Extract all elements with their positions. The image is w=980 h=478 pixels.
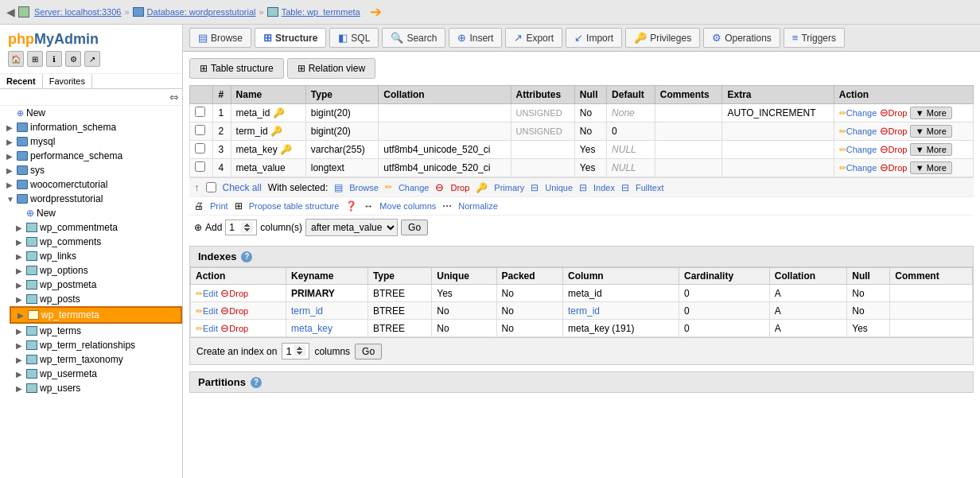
nav-structure[interactable]: ⊞Structure <box>255 28 326 48</box>
info-icon[interactable]: ℹ <box>46 51 62 67</box>
partitions-help-icon[interactable]: ? <box>251 377 262 388</box>
sidebar-item-new-top[interactable]: ⊕ New <box>0 106 182 120</box>
idx-edit-link[interactable]: Edit <box>203 324 218 333</box>
add-number-input[interactable] <box>225 220 257 235</box>
indexes-help-icon[interactable]: ? <box>241 251 252 262</box>
with-fulltext-link[interactable]: Fulltext <box>636 183 663 192</box>
drop-link[interactable]: Drop <box>889 145 908 154</box>
with-primary-link[interactable]: Primary <box>494 183 524 192</box>
propose-link[interactable]: Propose table structure <box>249 201 340 211</box>
move-columns-link[interactable]: Move columns <box>379 201 436 211</box>
drop-link[interactable]: Drop <box>889 163 908 173</box>
sidebar-item-information-schema[interactable]: ▶ information_schema <box>0 120 182 134</box>
breadcrumb-server[interactable]: Server: localhost:3306 <box>34 7 121 17</box>
sidebar-item-wp-term-taxonomy[interactable]: ▶ wp_term_taxonomy <box>10 352 182 367</box>
sidebar-item-new-wp[interactable]: ⊕ New <box>10 206 182 220</box>
breadcrumb-database[interactable]: Database: wordpresstutorial <box>147 7 256 17</box>
help-propose-icon[interactable]: ❓ <box>345 200 357 212</box>
row-checkbox-4[interactable] <box>195 161 205 172</box>
sidebar-item-wp-commentmeta[interactable]: ▶ wp_commentmeta <box>10 220 182 235</box>
change-link[interactable]: Change <box>846 108 877 118</box>
sidebar-item-wp-links[interactable]: ▶ wp_links <box>10 249 182 263</box>
propose-icon: ⊞ <box>235 200 243 212</box>
sidebar-item-wp-terms[interactable]: ▶ wp_terms <box>10 324 182 338</box>
nav-triggers[interactable]: ≡Triggers <box>784 28 845 48</box>
check-all-checkbox[interactable] <box>206 182 216 192</box>
drop-link[interactable]: Drop <box>889 108 908 118</box>
sidebar-item-wordpresstutorial[interactable]: ▼ wordpresstutorial <box>0 192 182 206</box>
with-change-link[interactable]: Change <box>399 183 430 192</box>
home-icon[interactable]: 🏠 <box>8 51 24 67</box>
nav-search[interactable]: 🔍Search <box>382 28 445 48</box>
idx-drop-link[interactable]: Drop <box>229 306 248 316</box>
nav-export[interactable]: ↗Export <box>505 28 562 48</box>
more-btn[interactable]: ▼ More <box>910 107 952 119</box>
partitions-btn[interactable]: Partitions ? <box>189 371 974 393</box>
idx-action: ✏Edit ⊖Drop <box>191 302 286 320</box>
with-drop-link[interactable]: Drop <box>450 183 469 192</box>
with-index-link[interactable]: Index <box>593 183 615 192</box>
server-icon <box>18 6 29 17</box>
sidebar-item-mysql[interactable]: ▶ mysql <box>0 134 182 149</box>
row-attributes: UNSIGNED <box>511 122 574 141</box>
sidebar-item-woocommerce[interactable]: ▶ woocomerctutorial <box>0 177 182 192</box>
nav-browse[interactable]: ▤Browse <box>189 28 251 48</box>
idx-edit-link[interactable]: Edit <box>203 289 218 298</box>
row-checkbox-1[interactable] <box>195 107 205 117</box>
create-index-input[interactable] <box>282 343 309 359</box>
add-go-btn[interactable]: Go <box>401 220 428 235</box>
sidebar-item-sys[interactable]: ▶ sys <box>0 163 182 177</box>
sidebar-item-wp-posts[interactable]: ▶ wp_posts <box>10 292 182 306</box>
sidebar-item-performance-schema[interactable]: ▶ performance_schema <box>0 149 182 163</box>
idx-keyname: PRIMARY <box>286 285 368 302</box>
change-link[interactable]: Change <box>846 145 877 154</box>
normalize-link[interactable]: Normalize <box>458 201 498 211</box>
tab-favorites[interactable]: Favorites <box>43 74 92 88</box>
nav-operations[interactable]: ⚙Operations <box>703 28 780 48</box>
sidebar-item-wp-comments[interactable]: ▶ wp_comments <box>10 235 182 249</box>
sidebar-item-wp-postmeta[interactable]: ▶ wp_postmeta <box>10 278 182 292</box>
sub-tab-relation-view[interactable]: ⊞ Relation view <box>287 58 375 79</box>
check-all-link[interactable]: Check all <box>223 182 262 193</box>
change-link[interactable]: Change <box>846 163 877 173</box>
nav-import[interactable]: ↙Import <box>566 28 622 48</box>
create-index-go-btn[interactable]: Go <box>355 344 382 359</box>
sidebar-item-label: wp_terms <box>40 325 81 336</box>
row-checkbox-3[interactable] <box>195 143 205 154</box>
sidebar-item-wp-termmeta[interactable]: ▶ wp_termmeta <box>10 306 182 324</box>
sub-tab-table-structure[interactable]: ⊞ Table structure <box>189 58 284 79</box>
row-action: ✏Change ⊖Drop ▼ More <box>834 159 973 177</box>
sidebar-item-wp-term-relationships[interactable]: ▶ wp_term_relationships <box>10 338 182 352</box>
nav-privileges[interactable]: 🔑Privileges <box>625 28 700 48</box>
sidebar-collapse[interactable]: ⇔ <box>0 89 182 106</box>
add-icon: ⊕ <box>194 222 202 233</box>
collapse-sidebar-btn[interactable]: ◀ <box>6 6 15 18</box>
sidebar-item-label-new-top: New <box>26 107 45 119</box>
row-type: bigint(20) <box>305 104 379 122</box>
more-btn[interactable]: ▼ More <box>910 125 952 138</box>
idx-drop-link[interactable]: Drop <box>229 324 248 333</box>
grid-icon[interactable]: ⊞ <box>27 51 43 67</box>
table-structure-icon: ⊞ <box>200 63 208 74</box>
sidebar-item-wp-options[interactable]: ▶ wp_options <box>10 263 182 278</box>
sidebar-item-label: wp_users <box>40 383 80 394</box>
more-btn[interactable]: ▼ More <box>910 143 952 156</box>
with-unique-link[interactable]: Unique <box>545 183 573 192</box>
print-link[interactable]: Print <box>210 201 228 211</box>
exit-icon[interactable]: ↗ <box>84 51 100 67</box>
with-browse-link[interactable]: Browse <box>349 183 379 192</box>
add-position-select[interactable]: after meta_value at the beginning at the… <box>305 219 398 236</box>
drop-link[interactable]: Drop <box>889 126 908 136</box>
more-btn[interactable]: ▼ More <box>910 161 952 174</box>
idx-edit-link[interactable]: Edit <box>203 306 218 316</box>
settings-icon[interactable]: ⚙ <box>65 51 81 67</box>
breadcrumb-table[interactable]: Table: wp_termmeta <box>282 7 360 17</box>
idx-drop-link[interactable]: Drop <box>229 289 248 298</box>
nav-sql[interactable]: ◧SQL <box>329 28 379 48</box>
row-checkbox-2[interactable] <box>195 125 205 135</box>
sidebar-item-wp-usermeta[interactable]: ▶ wp_usermeta <box>10 367 182 381</box>
change-link[interactable]: Change <box>846 126 877 136</box>
tab-recent[interactable]: Recent <box>0 74 43 88</box>
nav-insert[interactable]: ⊕Insert <box>449 28 502 48</box>
sidebar-item-wp-users[interactable]: ▶ wp_users <box>10 381 182 395</box>
